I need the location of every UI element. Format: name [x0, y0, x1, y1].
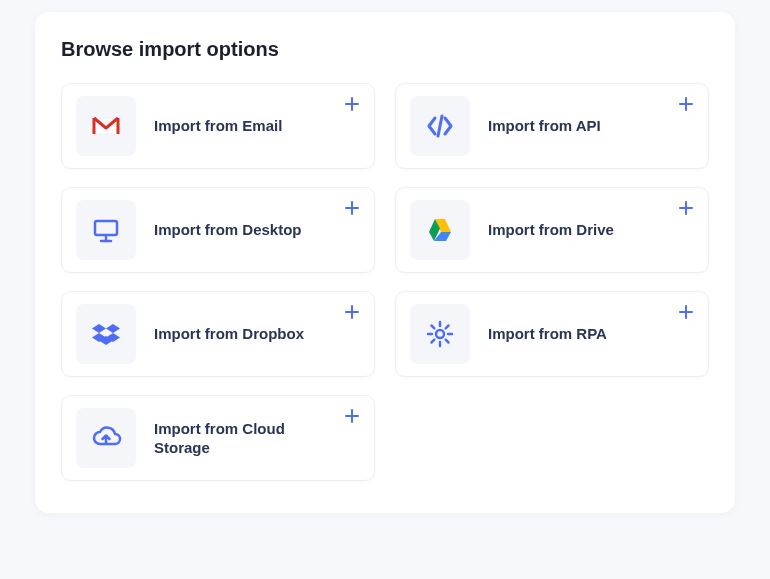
- import-options-panel: Browse import options Import from Email: [35, 12, 735, 513]
- options-grid: Import from Email Import from API: [61, 83, 709, 481]
- svg-point-1: [436, 330, 444, 338]
- plus-icon[interactable]: [342, 94, 362, 114]
- panel-title: Browse import options: [61, 38, 709, 61]
- option-label: Import from Email: [154, 116, 282, 136]
- api-icon: [410, 96, 470, 156]
- option-label: Import from RPA: [488, 324, 607, 344]
- plus-icon[interactable]: [676, 198, 696, 218]
- cloud-upload-icon: [76, 408, 136, 468]
- option-label: Import from API: [488, 116, 601, 136]
- option-card-email[interactable]: Import from Email: [61, 83, 375, 169]
- option-card-api[interactable]: Import from API: [395, 83, 709, 169]
- drive-icon: [410, 200, 470, 260]
- option-label: Import from Desktop: [154, 220, 302, 240]
- plus-icon[interactable]: [676, 302, 696, 322]
- plus-icon[interactable]: [342, 302, 362, 322]
- option-card-dropbox[interactable]: Import from Dropbox: [61, 291, 375, 377]
- option-label: Import from Cloud Storage: [154, 419, 304, 458]
- plus-icon[interactable]: [342, 406, 362, 426]
- svg-rect-0: [95, 221, 117, 235]
- option-card-desktop[interactable]: Import from Desktop: [61, 187, 375, 273]
- option-label: Import from Dropbox: [154, 324, 304, 344]
- option-card-drive[interactable]: Import from Drive: [395, 187, 709, 273]
- option-card-cloud-storage[interactable]: Import from Cloud Storage: [61, 395, 375, 481]
- desktop-icon: [76, 200, 136, 260]
- gmail-icon: [76, 96, 136, 156]
- gear-icon: [410, 304, 470, 364]
- plus-icon[interactable]: [342, 198, 362, 218]
- plus-icon[interactable]: [676, 94, 696, 114]
- option-card-rpa[interactable]: Import from RPA: [395, 291, 709, 377]
- option-label: Import from Drive: [488, 220, 614, 240]
- dropbox-icon: [76, 304, 136, 364]
